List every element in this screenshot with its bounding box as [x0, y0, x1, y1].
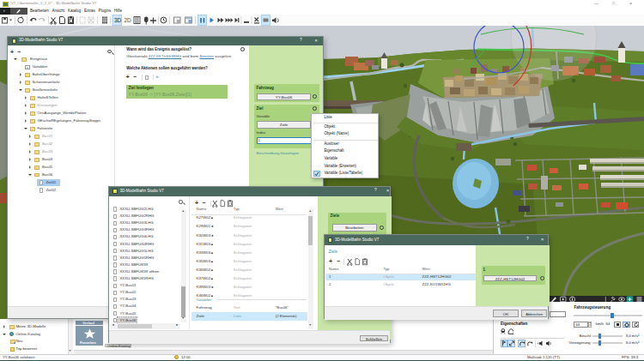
- svg-text:3D: 3D: [114, 17, 122, 23]
- svg-text:2D: 2D: [125, 17, 132, 23]
